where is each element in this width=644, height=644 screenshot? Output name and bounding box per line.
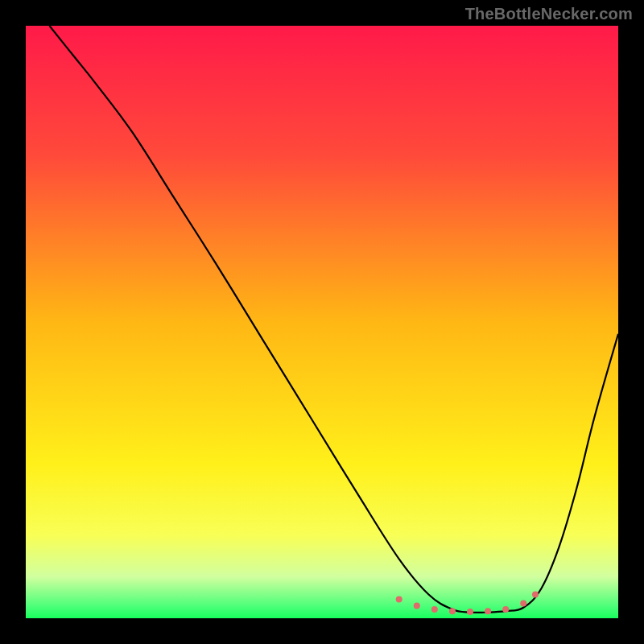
marker-point: [467, 609, 473, 615]
watermark-text: TheBottleNecker.com: [465, 5, 633, 23]
marker-point: [485, 608, 491, 614]
marker-point: [396, 596, 402, 602]
marker-point: [502, 606, 509, 613]
marker-point: [532, 592, 539, 598]
chart-container: [26, 26, 618, 618]
marker-point: [431, 606, 438, 613]
marker-point: [414, 603, 420, 609]
chart-markers: [26, 26, 618, 618]
marker-point: [520, 601, 526, 607]
marker-point: [449, 608, 456, 614]
